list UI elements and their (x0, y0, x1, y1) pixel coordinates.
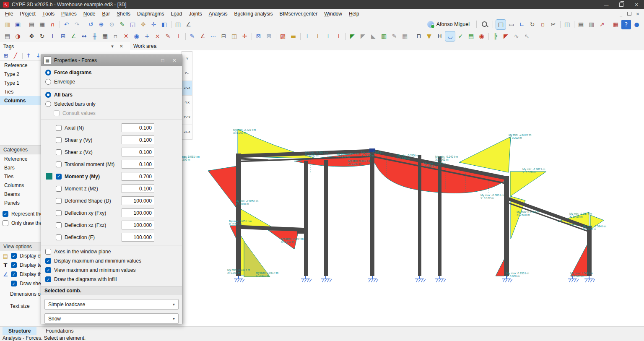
menu-load[interactable]: Load (168, 9, 186, 18)
check-list[interactable]: ▤ (466, 31, 476, 41)
pan[interactable]: ✥ (138, 20, 148, 29)
force-diagrams-radio[interactable]: Force diagrams (41, 68, 182, 77)
axial-checkbox[interactable]: Axial (N) 0.100 (41, 122, 182, 134)
drawing-scale[interactable]: ▭ (506, 20, 516, 29)
menu-tools[interactable]: Tools (39, 9, 58, 18)
shear-y-checkbox[interactable]: Shear y (Vy) 0.100 (41, 134, 182, 146)
tags-collapse-icon[interactable]: ▾ (111, 44, 114, 49)
open-job[interactable]: ▥ (3, 20, 12, 29)
scale-value-input[interactable]: 0.100 (122, 123, 154, 132)
configuration[interactable]: ▦ (611, 20, 621, 29)
node-cross[interactable]: ✛ (240, 31, 249, 41)
scale-value-input[interactable]: 100.000 (122, 233, 154, 242)
minimize-button[interactable]: — (599, 0, 614, 9)
bar-properties[interactable]: ▤ (3, 31, 12, 41)
window-search[interactable]: ◫ (173, 20, 183, 29)
rotate-view[interactable]: ↻ (527, 20, 537, 29)
node-new[interactable]: + (142, 31, 152, 41)
redo[interactable]: ↷ (72, 20, 82, 29)
scale-value-input[interactable]: 0.700 (122, 172, 154, 181)
grid[interactable]: ▦ (100, 31, 110, 41)
dialog-close-button[interactable]: ✕ (169, 57, 179, 63)
mdi-minimize-button[interactable]: _ (618, 12, 624, 16)
scale-value-input[interactable]: 0.100 (122, 160, 154, 169)
menu-help[interactable]: Help (345, 9, 363, 18)
save-job[interactable]: ▣ (13, 20, 23, 29)
search-icon[interactable] (481, 21, 488, 28)
menu-project[interactable]: Project (16, 9, 39, 18)
measure[interactable]: ∠ (184, 20, 193, 29)
view-preset-z[interactable]: Z⌐ (182, 66, 192, 81)
restore-button[interactable] (614, 0, 629, 9)
view-preset-zx-plan[interactable]: Z∟X (182, 125, 192, 140)
deflection-checkbox[interactable]: Deflection (F) 100.000 (41, 231, 182, 243)
plot-drawings[interactable]: ▥ (587, 20, 596, 29)
help[interactable]: ? (621, 20, 631, 29)
cype-web[interactable]: ● (632, 20, 641, 29)
joint-select[interactable]: ↖ (522, 31, 532, 41)
view-eye[interactable]: ◉ (132, 31, 141, 41)
menu-joints[interactable]: Joints (185, 9, 205, 18)
scale-value-input[interactable]: 0.100 (122, 184, 154, 193)
bar-angle[interactable]: ∠ (198, 31, 208, 41)
edit-sketch[interactable]: ✎ (390, 31, 399, 41)
bar-section[interactable]: I (48, 31, 57, 41)
bar-information[interactable]: ⊟ (219, 31, 229, 41)
joint-view[interactable]: ∿ (512, 31, 521, 41)
selection-frame[interactable]: ▫ (111, 31, 120, 41)
snap-magnet[interactable]: ∩ (48, 20, 57, 29)
diagrams-infill-checkbox[interactable]: Draw the diagrams with infill (41, 275, 182, 284)
menu-window[interactable]: Window (321, 9, 345, 18)
view-preset-y[interactable]: -Y (182, 52, 192, 66)
tags-close-icon[interactable]: ✕ (119, 44, 123, 49)
deflection-xz-checkbox[interactable]: Deflection xz (Fxz) 100.000 (41, 219, 182, 231)
support-delete[interactable]: ⊥ (334, 31, 343, 41)
menu-shells[interactable]: Shells (113, 9, 134, 18)
node-support[interactable]: ⊥ (174, 31, 183, 41)
deformed-shape-checkbox[interactable]: Deformed Shape (D) 100.000 (41, 195, 182, 207)
moment-z-checkbox[interactable]: Moment z (Mz) 0.100 (41, 182, 182, 195)
rotate-structure[interactable]: ↻ (37, 31, 47, 41)
full-view[interactable]: ◧ (159, 20, 169, 29)
close-button[interactable]: ✕ (629, 0, 644, 9)
zoom-scale[interactable]: ⊙ (107, 20, 117, 29)
menu-bimserver-center[interactable]: BIMserver.center (276, 9, 321, 18)
deflection-xy-checkbox[interactable]: Deflection xy (Fxy) 100.000 (41, 207, 182, 219)
orthogonal-view[interactable]: ∟ (517, 20, 527, 29)
tab-foundations[interactable]: Foundations (40, 327, 79, 335)
analysis-warnings[interactable]: ◉ (477, 31, 486, 41)
dialog-maximize-button[interactable]: □ (158, 57, 168, 63)
axes-window-plane-checkbox[interactable]: Axes in the window plane (41, 247, 182, 256)
print[interactable]: ▤ (576, 20, 586, 29)
deselect[interactable]: ✕ (121, 31, 131, 41)
menu-planes[interactable]: Planes (58, 9, 80, 18)
materials[interactable]: ◑ (13, 31, 23, 41)
force-diagrams[interactable]: ◡ (445, 31, 455, 41)
view-preset-zx[interactable]: Z↘X (182, 81, 192, 96)
tag-move-up[interactable]: ↑ (24, 52, 33, 60)
display-max-min-checkbox[interactable]: Display maximum and minimum values (41, 256, 182, 266)
redraw[interactable]: ✎ (117, 20, 127, 29)
edit-tools[interactable]: ✂ (548, 20, 558, 29)
beam-sections[interactable]: H (435, 31, 444, 41)
loadcase-type-dropdown[interactable]: Simple loadcase▾ (44, 299, 179, 310)
panel-edit[interactable]: ⊠ (264, 31, 274, 41)
view-preset-z-angle[interactable]: Z∠X (182, 110, 192, 125)
menu-buckling-analysis[interactable]: Buckling analysis (231, 9, 276, 18)
move-node[interactable]: ✥ (27, 31, 36, 41)
shear-z-checkbox[interactable]: Shear z (Vz) 0.100 (41, 146, 182, 158)
node-delete[interactable]: × (153, 31, 162, 41)
export-report[interactable]: ↗ (597, 20, 607, 29)
group-bars[interactable]: ▦ (400, 31, 410, 41)
tag-delete[interactable]: ╱ (11, 52, 20, 60)
scale-value-input[interactable]: 100.000 (122, 208, 154, 217)
zoom-window[interactable]: ◱ (128, 20, 138, 29)
load-generation[interactable]: ▼ (424, 31, 434, 41)
support-rotate[interactable]: ⊥ (323, 31, 333, 41)
torsional-moment-checkbox[interactable]: Torsional moment (Mt) 0.100 (41, 158, 182, 170)
block-library[interactable]: ▦ (37, 20, 47, 29)
menu-diaphragms[interactable]: Diaphragms (134, 9, 168, 18)
support-add[interactable]: ⊥ (302, 31, 312, 41)
undo[interactable]: ↶ (62, 20, 71, 29)
buckling-add[interactable]: ◤ (348, 31, 357, 41)
